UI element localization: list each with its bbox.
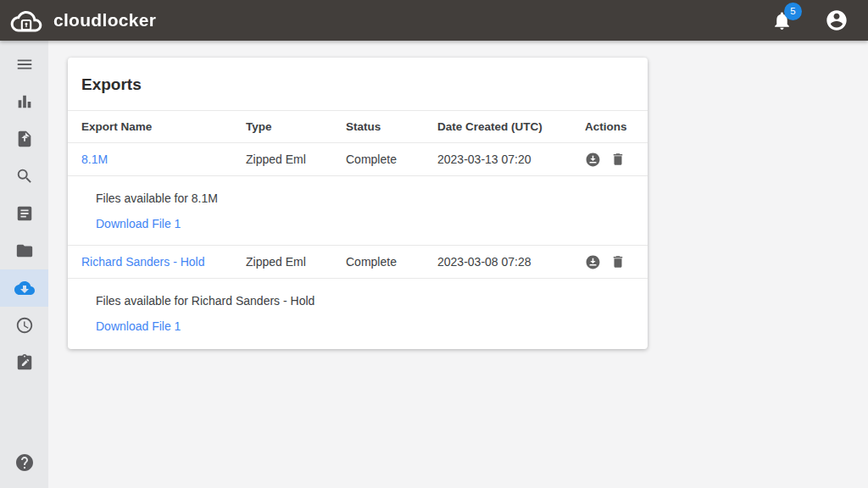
column-header-date-created: Date Created (UTC)	[437, 120, 585, 133]
sidebar-item-exports[interactable]	[0, 269, 48, 307]
export-date-created: 2023-03-13 07:20	[437, 152, 585, 166]
export-status: Complete	[346, 255, 437, 269]
export-date-created: 2023-03-08 07:28	[437, 255, 585, 269]
sidebar	[0, 41, 48, 488]
cloud-lock-logo-icon	[10, 8, 53, 33]
page-title: Exports	[68, 58, 648, 111]
brand: cloudlocker	[0, 8, 156, 33]
trash-icon	[610, 152, 626, 167]
column-header-type: Type	[246, 120, 346, 133]
export-type: Zipped Eml	[246, 255, 346, 269]
delete-export-button[interactable]	[610, 254, 626, 269]
download-export-button[interactable]	[585, 152, 601, 168]
download-file-link[interactable]: Download File 1	[96, 217, 181, 230]
menu-icon	[15, 55, 34, 74]
table-row: 8.1M Zipped Eml Complete 2023-03-13 07:2…	[68, 143, 648, 176]
sidebar-item-search[interactable]	[0, 158, 48, 195]
column-header-actions: Actions	[585, 120, 634, 133]
document-icon	[15, 204, 34, 223]
notification-badge: 5	[784, 3, 802, 20]
search-icon	[15, 167, 34, 186]
download-circle-icon	[585, 254, 601, 270]
sidebar-item-history[interactable]	[0, 307, 48, 344]
help-icon	[14, 452, 35, 473]
export-type: Zipped Eml	[246, 152, 346, 166]
clipboard-edit-icon	[15, 353, 34, 372]
download-export-button[interactable]	[585, 254, 601, 270]
top-bar: cloudlocker 5	[0, 0, 868, 41]
files-panel: Files available for Richard Sanders - Ho…	[68, 279, 648, 349]
notifications-button[interactable]: 5	[771, 10, 793, 31]
clock-icon	[15, 316, 34, 335]
trash-icon	[610, 254, 626, 269]
account-button[interactable]	[825, 8, 849, 32]
bar-chart-icon	[15, 92, 34, 111]
exports-card: Exports Export Name Type Status Date Cre…	[68, 58, 648, 349]
column-header-export-name: Export Name	[81, 120, 246, 133]
cloud-download-icon	[14, 278, 35, 298]
download-circle-icon	[585, 152, 601, 168]
export-name-link[interactable]: Richard Sanders - Hold	[81, 255, 246, 269]
export-name-link[interactable]: 8.1M	[81, 152, 246, 166]
sidebar-item-review[interactable]	[0, 344, 48, 381]
files-available-text: Files available for Richard Sanders - Ho…	[96, 294, 634, 308]
sidebar-item-analytics[interactable]	[0, 83, 48, 120]
account-icon	[825, 8, 849, 32]
sidebar-item-help[interactable]	[0, 444, 48, 481]
export-status: Complete	[346, 152, 437, 166]
main-content: Exports Export Name Type Status Date Cre…	[48, 41, 868, 488]
sidebar-item-folders[interactable]	[0, 232, 48, 269]
delete-export-button[interactable]	[610, 152, 626, 167]
files-panel: Files available for 8.1M Download File 1	[68, 176, 648, 246]
table-row: Richard Sanders - Hold Zipped Eml Comple…	[68, 246, 648, 279]
table-header-row: Export Name Type Status Date Created (UT…	[68, 111, 648, 143]
brand-name: cloudlocker	[53, 10, 156, 30]
upload-file-icon	[15, 130, 34, 148]
sidebar-item-documents[interactable]	[0, 195, 48, 232]
sidebar-item-menu[interactable]	[0, 46, 48, 83]
column-header-status: Status	[346, 120, 437, 133]
folder-icon	[15, 241, 34, 260]
sidebar-item-upload[interactable]	[0, 120, 48, 158]
files-available-text: Files available for 8.1M	[96, 191, 634, 205]
download-file-link[interactable]: Download File 1	[96, 319, 181, 333]
